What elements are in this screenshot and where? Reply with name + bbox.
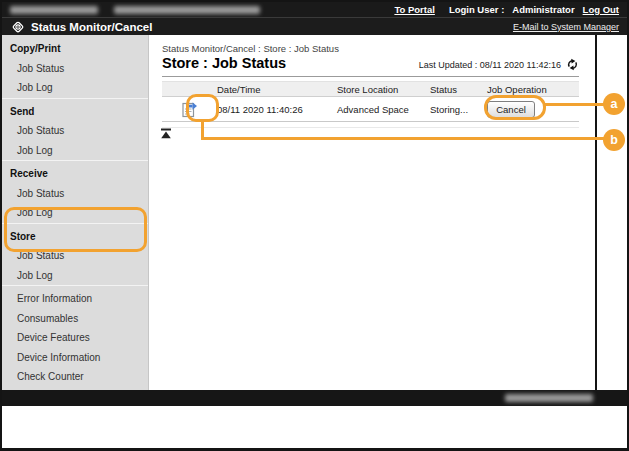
- sidebar-item-receive-job-status[interactable]: Job Status: [2, 183, 148, 203]
- table-header-row: Date/Time Store Location Status Job Oper…: [162, 81, 579, 97]
- store-document-icon: [181, 100, 198, 118]
- sidebar-item-check-counter[interactable]: Check Counter: [2, 366, 148, 386]
- last-updated: Last Updated : 08/11 2020 11:42:16: [419, 58, 579, 71]
- title-divider: [162, 76, 579, 77]
- sidebar-item-store-job-status[interactable]: Job Status: [2, 245, 148, 265]
- cell-status: Storing...: [428, 104, 485, 115]
- sidebar-item-store-job-log[interactable]: Job Log: [2, 265, 148, 285]
- col-store-location: Store Location: [335, 84, 428, 95]
- col-status: Status: [428, 84, 485, 95]
- cell-store-location: Advanced Space: [335, 104, 428, 115]
- status-monitor-icon: [11, 20, 25, 34]
- col-job-operation: Job Operation: [485, 84, 579, 95]
- sidebar-item-send-job-status[interactable]: Job Status: [2, 120, 148, 140]
- to-portal-link[interactable]: To Portal: [394, 4, 434, 15]
- log-out-link[interactable]: Log Out: [583, 4, 619, 15]
- email-system-manager-link[interactable]: E-Mail to System Manager: [513, 22, 619, 32]
- last-updated-text: Last Updated : 08/11 2020 11:42:16: [419, 60, 561, 70]
- back-to-top-icon[interactable]: [160, 128, 172, 139]
- breadcrumb: Status Monitor/Cancel : Store : Job Stat…: [162, 43, 339, 54]
- table-row: 08/11 2020 11:40:26 Advanced Space Stori…: [162, 97, 579, 122]
- sidebar-section-receive: Receive: [2, 163, 148, 183]
- job-status-table: Date/Time Store Location Status Job Oper…: [162, 81, 579, 122]
- footer-bar: [2, 390, 627, 406]
- sidebar-item-device-features[interactable]: Device Features: [2, 327, 148, 347]
- cell-date-time: 08/11 2020 11:40:26: [215, 104, 335, 115]
- cancel-button[interactable]: Cancel: [487, 101, 535, 118]
- main-content: Status Monitor/Cancel : Store : Job Stat…: [150, 35, 597, 390]
- sidebar-item-device-information[interactable]: Device Information: [2, 347, 148, 367]
- login-user-name: Administrator: [512, 4, 574, 15]
- refresh-icon[interactable]: [566, 58, 579, 71]
- sidebar-section-send: Send: [2, 101, 148, 121]
- sidebar-item-error-information[interactable]: Error Information: [2, 288, 148, 308]
- sidebar-item-consumables[interactable]: Consumables: [2, 308, 148, 328]
- sidebar-separator: [2, 223, 148, 224]
- callout-badge-a: a: [603, 93, 625, 115]
- col-date-time: Date/Time: [215, 84, 335, 95]
- sidebar-item-send-job-log[interactable]: Job Log: [2, 140, 148, 160]
- redacted-device-name: [10, 6, 98, 14]
- sidebar-separator: [2, 98, 148, 99]
- app-title-bar: Status Monitor/Cancel E-Mail to System M…: [2, 17, 627, 35]
- remote-ui-window: To Portal Login User : Administrator Log…: [0, 0, 629, 451]
- callout-badge-b: b: [603, 129, 625, 151]
- page-title: Store : Job Status: [162, 55, 286, 71]
- sidebar-item-receive-job-log[interactable]: Job Log: [2, 202, 148, 222]
- page-app-title: Status Monitor/Cancel: [31, 21, 152, 33]
- sidebar-item-copyprint-job-status[interactable]: Job Status: [2, 58, 148, 78]
- sidebar-item-copyprint-job-log[interactable]: Job Log: [2, 77, 148, 97]
- sidebar-nav: Copy/Print Job Status Job Log Send Job S…: [2, 35, 149, 390]
- sidebar-separator: [2, 160, 148, 161]
- table-bottom-divider: [162, 127, 579, 128]
- sidebar-section-copy-print: Copy/Print: [2, 38, 148, 58]
- sidebar-separator: [2, 285, 148, 286]
- sidebar-section-store: Store: [2, 226, 148, 246]
- redacted-model-names: [114, 6, 260, 14]
- login-user-label: Login User :: [449, 4, 504, 15]
- redacted-copyright: [505, 394, 593, 402]
- account-bar: To Portal Login User : Administrator Log…: [2, 2, 627, 17]
